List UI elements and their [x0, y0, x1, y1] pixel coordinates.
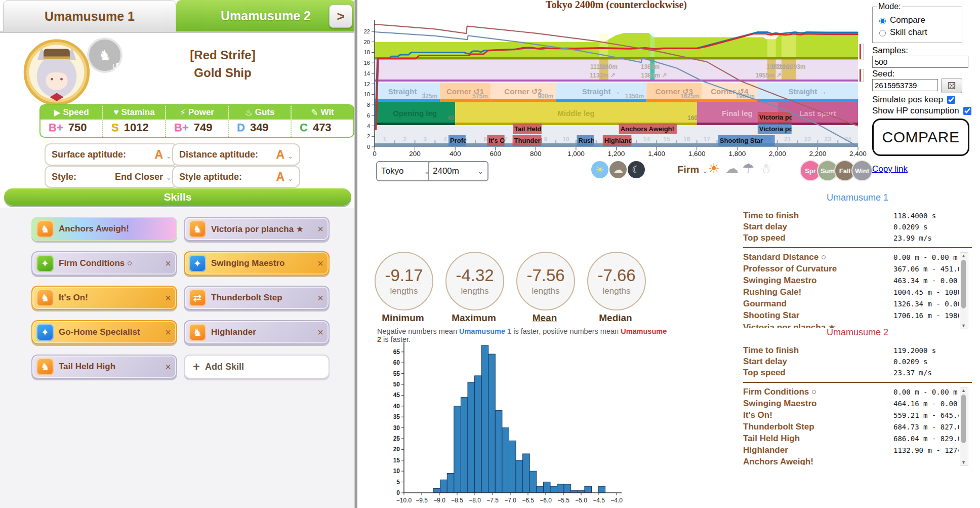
svg-text:−4.5: −4.5 — [593, 497, 605, 504]
svg-text:35: 35 — [393, 413, 400, 420]
remove-skill-icon[interactable]: × — [317, 292, 323, 304]
stat-power: ⚡Power B+749 — [165, 105, 228, 137]
samples-label: Samples: — [872, 46, 908, 56]
svg-text:−9.5: −9.5 — [416, 497, 428, 504]
guts-value: 349 — [250, 121, 269, 134]
svg-text:15: 15 — [663, 136, 670, 143]
svg-text:45: 45 — [393, 392, 400, 399]
time-evening-icon[interactable]: ☁ — [609, 161, 627, 178]
character-outfit: [Red Strife] — [127, 47, 319, 64]
season-winter-button[interactable]: Wint — [851, 160, 873, 181]
mean-caption[interactable]: Mean — [515, 312, 574, 324]
style-select[interactable]: Style: End Closer⌄ — [45, 166, 179, 188]
svg-text:2093m: 2093m — [787, 63, 805, 70]
scrollbar[interactable]: ▲ ▼ — [960, 252, 968, 329]
skill-chip-highlander[interactable]: ♞ Highlander × — [184, 320, 330, 344]
distance-aptitude-select[interactable]: Distance aptitude: A⌄ — [172, 143, 300, 166]
show-hp-label: Show HP consumption — [872, 106, 959, 116]
stat-stamina: ♥Stamina S1012 — [102, 105, 165, 137]
svg-text:1160m: 1160m — [599, 63, 618, 70]
remove-skill-icon[interactable]: × — [165, 292, 171, 304]
svg-text:2,400: 2,400 — [849, 150, 867, 158]
svg-text:1,600: 1,600 — [688, 150, 706, 158]
weather-sunny-icon[interactable]: ☀ — [708, 161, 720, 177]
svg-text:Opening leg: Opening leg — [393, 109, 437, 118]
remove-skill-icon[interactable]: × — [317, 258, 323, 269]
remove-skill-icon[interactable]: × — [165, 327, 171, 338]
mode-compare-radio[interactable] — [879, 18, 886, 24]
skill-activation-list-uma1[interactable]: Standard Distance ○0.00 m - 0.00 m Profe… — [743, 252, 959, 328]
simulate-pos-keep-checkbox[interactable] — [947, 96, 955, 104]
svg-text:325m: 325m — [422, 93, 438, 100]
remove-skill-icon[interactable]: × — [317, 327, 323, 338]
svg-text:Tokyo 2400m (counterclockwise): Tokyo 2400m (counterclockwise) — [546, 0, 687, 11]
svg-text:0: 0 — [367, 144, 370, 150]
scroll-down-icon[interactable]: ▼ — [960, 460, 967, 465]
weather-cloudy-icon[interactable]: ☁ — [725, 161, 739, 177]
svg-text:0: 0 — [373, 150, 377, 158]
seed-input[interactable] — [872, 79, 938, 91]
svg-text:8: 8 — [367, 102, 370, 108]
svg-text:1368m: 1368m — [641, 63, 660, 70]
svg-text:50: 50 — [393, 381, 400, 388]
style-aptitude-select[interactable]: Style aptitude: A⌄ — [172, 166, 300, 188]
weather-rainy-icon[interactable]: ☂ — [742, 161, 754, 177]
surface-aptitude-select[interactable]: Surface aptitude: A⌄ — [45, 143, 179, 166]
skill-chip-its-on[interactable]: ♞ It's On! × — [31, 286, 177, 310]
skill-icon: ✦ — [36, 324, 54, 341]
skill-chip-firm-conditions[interactable]: ✦ Firm Conditions ○ × — [31, 251, 177, 276]
random-seed-button[interactable]: ⚄ — [941, 78, 962, 93]
tab-umamusume-2[interactable]: Umamusume 2 — [176, 0, 355, 31]
skill-chip-go-home-specialist[interactable]: ✦ Go-Home Specialist × — [31, 320, 177, 344]
svg-text:−8.0: −8.0 — [469, 497, 481, 504]
character-avatar[interactable] — [22, 36, 91, 105]
divider — [743, 382, 972, 383]
time-day-icon[interactable]: ☀ — [591, 161, 608, 178]
mode-skill-chart-radio[interactable] — [879, 30, 886, 36]
power-grade: B+ — [174, 121, 189, 134]
ground-condition-select[interactable]: Firm⌄ — [677, 164, 708, 176]
skill-chip-anchors-aweigh[interactable]: ♞ Anchors Aweigh! — [31, 217, 177, 241]
wit-icon: ✎ — [311, 107, 318, 118]
remove-skill-icon[interactable]: × — [165, 361, 171, 373]
svg-text:−6.5: −6.5 — [522, 497, 534, 504]
speed-icon: ▶ — [54, 107, 60, 118]
character-swap-icon[interactable]: ♞↺ — [87, 37, 123, 73]
time-night-icon[interactable]: ☾ — [628, 161, 645, 178]
svg-text:600: 600 — [490, 150, 502, 158]
track-select[interactable]: Tokyo⌄ — [376, 161, 435, 181]
character-name: [Red Strife] Gold Ship — [127, 47, 319, 82]
scroll-up-icon[interactable]: ▲ — [960, 388, 967, 393]
svg-text:40: 40 — [393, 403, 400, 410]
svg-text:21: 21 — [784, 136, 791, 143]
remove-skill-icon[interactable]: × — [165, 258, 171, 269]
skill-chip-swinging-maestro[interactable]: ✦ Swinging Maestro × — [184, 251, 330, 276]
svg-text:−5.5: −5.5 — [557, 497, 569, 504]
weather-snowy-icon[interactable]: ☃ — [759, 161, 771, 177]
add-skill-button[interactable]: + Add Skill — [184, 355, 330, 379]
svg-text:1: 1 — [383, 136, 387, 143]
compare-button[interactable]: COMPARE — [872, 119, 969, 156]
skill-icon: ✦ — [36, 255, 54, 272]
show-hp-checkbox[interactable] — [963, 107, 971, 115]
scroll-thumb[interactable] — [961, 395, 966, 443]
samples-input[interactable] — [872, 56, 968, 68]
skill-chip-tail-held-high[interactable]: ♞ Tail Held High × — [31, 355, 177, 379]
scroll-thumb[interactable] — [961, 260, 966, 308]
remove-skill-icon[interactable]: × — [317, 223, 323, 235]
scroll-up-icon[interactable]: ▲ — [960, 253, 967, 258]
umamusume-config-panel: Umamusume 1 Umamusume 2 > ♞↺ [Red Strife… — [0, 0, 355, 508]
stat-guts: ♨Guts D349 — [228, 105, 291, 137]
skill-chip-victoria-por-plancha[interactable]: ♞ Victoria por plancha ★ × — [184, 217, 330, 241]
svg-text:4: 4 — [367, 123, 370, 129]
distance-select[interactable]: 2400m⌄ — [428, 161, 488, 181]
copy-link[interactable]: Copy link — [872, 164, 908, 174]
skill-activation-list-uma2[interactable]: Firm Conditions ○0.00 m - 0.00 m Swingin… — [743, 387, 959, 465]
svg-text:16: 16 — [364, 60, 370, 66]
skill-chip-thunderbolt-step[interactable]: ⇄ Thunderbolt Step × — [184, 286, 330, 310]
panel-divider — [354, 0, 357, 508]
scrollbar[interactable]: ▲ ▼ — [960, 387, 968, 466]
tab-umamusume-1[interactable]: Umamusume 1 — [3, 0, 176, 32]
speed-grade: B+ — [49, 121, 63, 134]
next-tab-button[interactable]: > — [329, 5, 352, 28]
